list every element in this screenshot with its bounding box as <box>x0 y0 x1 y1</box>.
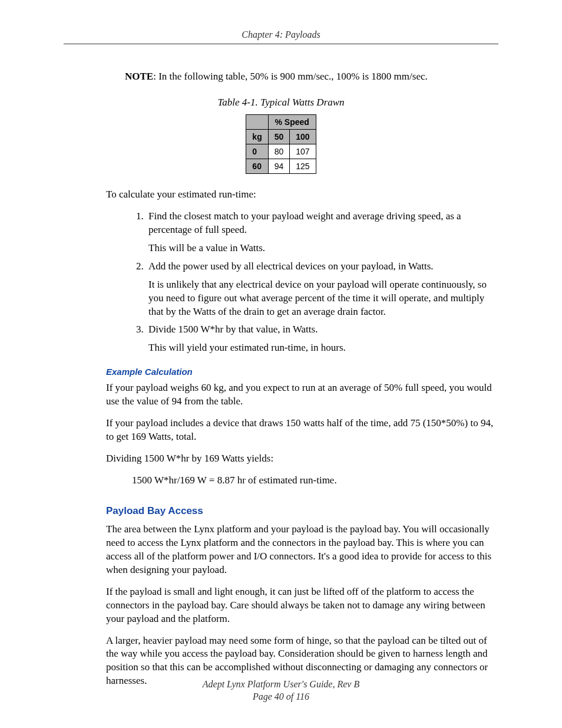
table-header-row-1: % Speed <box>246 114 316 129</box>
example-para: If your payload includes a device that d… <box>64 417 498 444</box>
step-main: Divide 1500 W*hr by that value, in Watts… <box>148 324 318 335</box>
runtime-intro: To calculate your estimated run-time: <box>64 188 498 202</box>
steps-list: Find the closest match to your payload w… <box>64 210 498 355</box>
section-heading: Payload Bay Access <box>106 505 498 517</box>
table-row: 0 80 107 <box>246 144 316 159</box>
step-sub: It is unlikely that any electrical devic… <box>148 278 498 319</box>
watts-table: % Speed kg 50 100 0 80 107 60 94 125 <box>246 114 316 174</box>
table-caption: Table 4-1. Typical Watts Drawn <box>64 97 498 108</box>
example-heading: Example Calculation <box>106 367 498 377</box>
example-para: Dividing 1500 W*hr by 169 Watts yields: <box>64 452 498 466</box>
table-row-kg: 60 <box>246 159 268 173</box>
table-header-speed: % Speed <box>268 114 316 129</box>
header-rule <box>64 44 498 44</box>
note-text: : In the following table, 50% is 900 mm/… <box>153 71 428 82</box>
table-row: 60 94 125 <box>246 159 316 173</box>
note-label: NOTE <box>125 71 153 82</box>
step-main: Find the closest match to your payload w… <box>148 210 461 235</box>
example-calc: 1500 W*hr/169 W = 8.87 hr of estimated r… <box>64 474 498 487</box>
example-para: If your payload weighs 60 kg, and you ex… <box>64 381 498 409</box>
section-para: If the payload is small and light enough… <box>64 585 498 626</box>
table-cell: 80 <box>268 144 290 159</box>
section-para: The area between the Lynx platform and y… <box>64 523 498 577</box>
note-paragraph: NOTE: In the following table, 50% is 900… <box>64 70 498 84</box>
step-sub: This will yield your estimated run-time,… <box>148 341 498 355</box>
list-item: Find the closest match to your payload w… <box>146 210 498 255</box>
list-item: Add the power used by all electrical dev… <box>146 260 498 319</box>
table-corner-cell <box>246 114 268 129</box>
table-cell: 107 <box>290 144 316 159</box>
example-block: If your payload weighs 60 kg, and you ex… <box>64 381 498 487</box>
running-header: Chapter 4: Payloads <box>64 29 498 44</box>
table-header-kg: kg <box>246 129 268 144</box>
page-footer: Adept Lynx Platform User's Guide, Rev B … <box>0 678 562 703</box>
table-cell: 125 <box>290 159 316 173</box>
section-block: The area between the Lynx platform and y… <box>64 523 498 688</box>
footer-page: Page 40 of 116 <box>0 691 562 703</box>
table-header-50: 50 <box>268 129 290 144</box>
step-main: Add the power used by all electrical dev… <box>148 261 434 272</box>
list-item: Divide 1500 W*hr by that value, in Watts… <box>146 323 498 355</box>
table-header-row-2: kg 50 100 <box>246 129 316 144</box>
table-cell: 94 <box>268 159 290 173</box>
table-header-100: 100 <box>290 129 316 144</box>
step-sub: This will be a value in Watts. <box>148 242 498 255</box>
footer-title: Adept Lynx Platform User's Guide, Rev B <box>0 678 562 691</box>
page: Chapter 4: Payloads NOTE: In the followi… <box>0 0 562 728</box>
table-row-kg: 0 <box>246 144 268 159</box>
